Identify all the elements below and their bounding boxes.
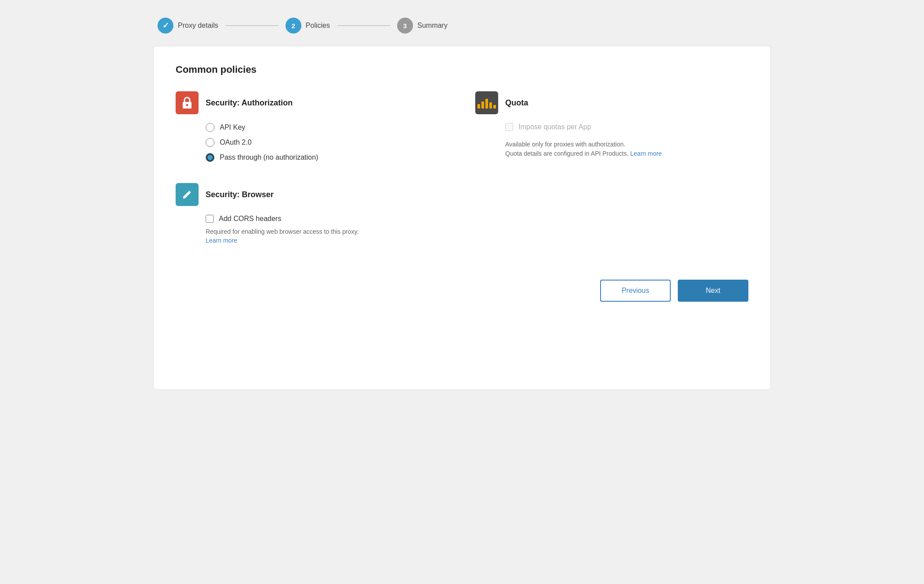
bar-5 xyxy=(493,105,496,109)
authorization-radio-group: API Key OAuth 2.0 Pass through (no autho… xyxy=(176,123,449,162)
step-policies: 2 Policies xyxy=(285,18,330,34)
policies-grid: Security: Authorization API Key OAuth 2.… xyxy=(176,91,748,162)
authorization-header: Security: Authorization xyxy=(176,91,449,114)
cors-checkbox-label: Add CORS headers xyxy=(219,215,281,223)
pen-icon xyxy=(181,189,193,200)
quota-checkbox-item: Impose quotas per App xyxy=(505,123,748,131)
bar-1 xyxy=(477,104,480,109)
radio-pass-through-input[interactable] xyxy=(206,153,214,162)
radio-pass-through[interactable]: Pass through (no authorization) xyxy=(206,153,449,162)
cors-checkbox-group: Add CORS headers xyxy=(176,215,748,223)
quota-title: Quota xyxy=(505,98,528,108)
quota-bars-icon xyxy=(477,97,496,109)
radio-api-key[interactable]: API Key xyxy=(206,123,449,132)
previous-button[interactable]: Previous xyxy=(600,280,671,302)
browser-icon xyxy=(176,183,199,206)
quota-checkbox-label: Impose quotas per App xyxy=(518,123,591,131)
card-title: Common policies xyxy=(176,64,748,75)
step-2-label: Policies xyxy=(306,22,330,30)
cors-learn-more-link[interactable]: Learn more xyxy=(206,237,237,244)
step-2-circle: 2 xyxy=(285,18,301,34)
quota-icon xyxy=(475,91,498,114)
cors-checkbox-item[interactable]: Add CORS headers xyxy=(206,215,748,223)
step-connector-2 xyxy=(337,25,390,26)
step-1-circle: ✓ xyxy=(158,18,173,34)
authorization-section: Security: Authorization API Key OAuth 2.… xyxy=(176,91,449,162)
radio-pass-through-label: Pass through (no authorization) xyxy=(220,153,318,161)
bar-3 xyxy=(485,99,488,109)
radio-api-key-label: API Key xyxy=(220,124,245,131)
radio-oauth2-input[interactable] xyxy=(206,138,214,147)
browser-title: Security: Browser xyxy=(206,190,274,199)
cors-description: Required for enabling web browser access… xyxy=(176,227,748,244)
svg-point-1 xyxy=(186,104,188,106)
browser-header: Security: Browser xyxy=(176,183,748,206)
radio-api-key-input[interactable] xyxy=(206,123,214,132)
quota-checkbox-group: Impose quotas per App xyxy=(475,123,748,135)
step-summary: 3 Summary xyxy=(397,18,447,34)
quota-desc-line1: Available only for proxies with authoriz… xyxy=(505,140,748,158)
page-wrapper: ✓ Proxy details 2 Policies 3 Summary Com… xyxy=(153,9,771,390)
quota-description: Available only for proxies with authoriz… xyxy=(475,138,748,158)
authorization-title: Security: Authorization xyxy=(206,98,293,108)
main-card: Common policies Security: Authorization xyxy=(153,46,771,390)
bar-2 xyxy=(481,101,484,109)
step-proxy-details: ✓ Proxy details xyxy=(158,18,218,34)
quota-learn-more-link[interactable]: Learn more xyxy=(630,150,662,157)
next-button[interactable]: Next xyxy=(678,280,748,302)
step-connector-1 xyxy=(225,25,278,26)
radio-oauth2[interactable]: OAuth 2.0 xyxy=(206,138,449,147)
quota-section: Quota Impose quotas per App Available on… xyxy=(475,91,748,162)
cors-desc-text: Required for enabling web browser access… xyxy=(206,227,748,236)
step-3-label: Summary xyxy=(417,22,447,30)
stepper: ✓ Proxy details 2 Policies 3 Summary xyxy=(153,9,771,46)
radio-oauth2-label: OAuth 2.0 xyxy=(220,139,252,146)
step-1-label: Proxy details xyxy=(178,22,218,30)
cors-checkbox-input[interactable] xyxy=(206,215,214,223)
bar-4 xyxy=(489,102,492,109)
quota-checkbox-input xyxy=(505,123,513,131)
checkmark-icon: ✓ xyxy=(162,21,169,30)
quota-header: Quota xyxy=(475,91,748,114)
step-3-circle: 3 xyxy=(397,18,413,34)
browser-section: Security: Browser Add CORS headers Requi… xyxy=(176,183,748,244)
step-2-number: 2 xyxy=(291,22,295,30)
step-3-number: 3 xyxy=(403,22,407,30)
authorization-icon xyxy=(176,91,199,114)
button-row: Previous Next xyxy=(176,271,748,302)
lock-icon xyxy=(181,96,193,109)
